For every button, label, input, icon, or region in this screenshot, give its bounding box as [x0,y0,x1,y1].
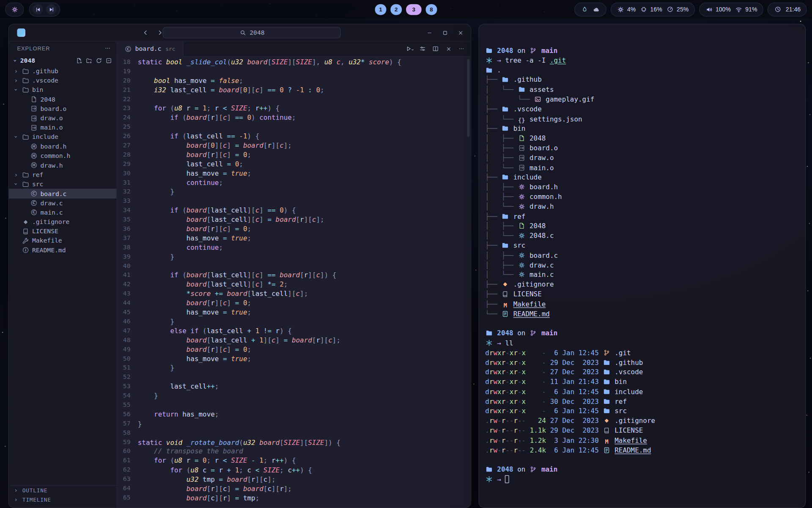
c-lang-icon: C [30,199,38,207]
explorer-item-README.md[interactable]: iREADME.md [9,246,117,255]
terminal-line: │ ├── draw.c [485,260,805,270]
new-folder-button[interactable] [85,56,94,65]
panel-outline[interactable]: ›OUTLINE [9,486,117,495]
editor-settings-button[interactable] [416,42,428,55]
memory-usage: 16% [650,6,662,13]
binary-icon [518,144,525,152]
terminal-line: .rw-r--r-- 2.4k 6 Jan 12:45 README.md [485,446,805,456]
explorer-item-ref[interactable]: ›ref [9,170,117,179]
project-section-header[interactable]: › 2048 [9,55,117,66]
explorer-item-main.o[interactable]: main.o [9,123,117,132]
explorer-item-bin[interactable]: ›bin [9,85,117,94]
close-button[interactable] [454,27,466,39]
panel-label: OUTLINE [22,487,48,494]
clock-widget[interactable]: 21:46 [768,3,807,17]
folder-icon [502,174,509,181]
line-number: 42 [117,280,131,290]
run-button[interactable]: ⌄ [403,42,416,55]
editor-titlebar[interactable]: 2048 [9,25,471,41]
maximize-button[interactable] [439,27,451,39]
more-actions-button[interactable] [455,42,467,55]
editor-window[interactable]: 2048 EXPLORER › 2048 [8,24,472,508]
folder-icon [603,388,610,395]
workspace-3[interactable]: 3 [406,4,422,15]
line-number: 28 [117,150,131,160]
workspace-1[interactable]: 1 [375,4,387,15]
terminal-window[interactable]: 2048 on main → tree -a -I .git .├── .git… [478,24,806,508]
terminal-line: 2048 on main [485,46,805,56]
chevron-down-icon: › [12,87,19,93]
explorer-item-2048[interactable]: 2048 [9,95,117,104]
code-line-38: 38 continue; [117,243,471,252]
line-number: 24 [117,113,131,122]
explorer-more-button[interactable] [103,44,112,53]
doc-icon [603,446,610,453]
code-lines[interactable]: 18static bool _slide_col(u32 board[SIZE]… [117,56,471,507]
info-icon: i [22,246,29,254]
close-editor-button[interactable] [442,42,455,55]
code-line-63: 63 u32 tmp = board[r][c]; [117,475,471,484]
snow-icon [485,476,493,483]
tab-board-c[interactable]: C board.c src [117,41,183,56]
workspace-8[interactable]: 8 [426,4,437,15]
explorer-item-label: bin [32,86,44,94]
audio-network-widget[interactable]: 100% 91% [699,3,763,17]
terminal-body[interactable]: 2048 on main → tree -a -I .git .├── .git… [479,25,805,485]
explorer-item-board.c[interactable]: Cboard.c [9,189,117,198]
refresh-button[interactable] [94,56,104,65]
explorer-item-.github[interactable]: ›.github [9,66,117,76]
launcher-button[interactable] [5,3,24,17]
panel-timeline[interactable]: ›TIMELINE [9,495,117,504]
terminal-line: .rw-r--r-- 1.1k 29 Dec 2023 LICENSE [485,426,805,436]
explorer-item-common.h[interactable]: Hcommon.h [9,151,117,160]
weather-widget[interactable] [574,3,606,17]
code-line-25: 25 [117,122,471,132]
explorer-item-label: .github [32,67,58,75]
editor-scrollbar[interactable] [467,59,469,137]
explorer-item-src[interactable]: ›src [9,179,117,189]
explorer-item-label: draw.h [41,162,63,169]
line-number: 30 [117,169,131,178]
explorer-item-.vscode[interactable]: ›.vscode [9,76,117,85]
explorer-item-draw.o[interactable]: draw.o [9,113,117,123]
code-line-54: 54 } [117,392,471,401]
line-number: 58 [117,428,131,438]
line-number: 21 [117,86,131,95]
terminal-line: │ ├── board.h [485,182,805,192]
explorer-item-draw.h[interactable]: Hdraw.h [9,160,117,170]
new-file-button[interactable] [74,56,84,65]
code-line-55: 55 [117,400,471,410]
line-number: 45 [117,308,131,317]
split-editor-button[interactable] [429,42,442,55]
tab-path-hint: src [165,46,175,52]
folder-icon [485,66,493,74]
system-stats[interactable]: 4% 16% 25% [611,3,695,17]
explorer-item-main.c[interactable]: Cmain.c [9,208,117,217]
media-prev-button[interactable] [33,4,43,14]
folder-icon [502,242,509,249]
collapse-all-button[interactable] [104,56,113,65]
chevron-right-icon: › [13,171,19,178]
h-lang-icon: H [30,143,38,150]
nav-back-button[interactable] [139,26,151,39]
code-line-51: 51 } [117,364,471,373]
explorer-item-board.h[interactable]: Hboard.h [9,142,117,151]
explorer-item-LICENSE[interactable]: LICENSE [9,226,117,236]
tab-bar: C board.c src ⌄ [117,41,471,57]
explorer-item-board.o[interactable]: board.o [9,104,117,113]
terminal-line: drwxr-xr-x - 27 Dec 2023 .vscode [485,368,805,378]
line-number: 34 [117,206,131,215]
minimize-button[interactable] [423,27,435,39]
cloud-icon [593,6,600,13]
explorer-item-Makefile[interactable]: Makefile [9,236,117,246]
folder-o-icon [22,86,29,94]
search-input[interactable]: 2048 [162,27,340,39]
line-number: 37 [117,234,131,243]
explorer-item-.gitignore[interactable]: .gitignore [9,217,117,226]
workspace-2[interactable]: 2 [390,4,402,15]
line-number: 62 [117,466,131,475]
memory-icon [640,6,647,13]
explorer-item-include[interactable]: ›include [9,133,117,142]
media-next-button[interactable] [46,4,56,14]
explorer-item-draw.c[interactable]: Cdraw.c [9,199,117,208]
